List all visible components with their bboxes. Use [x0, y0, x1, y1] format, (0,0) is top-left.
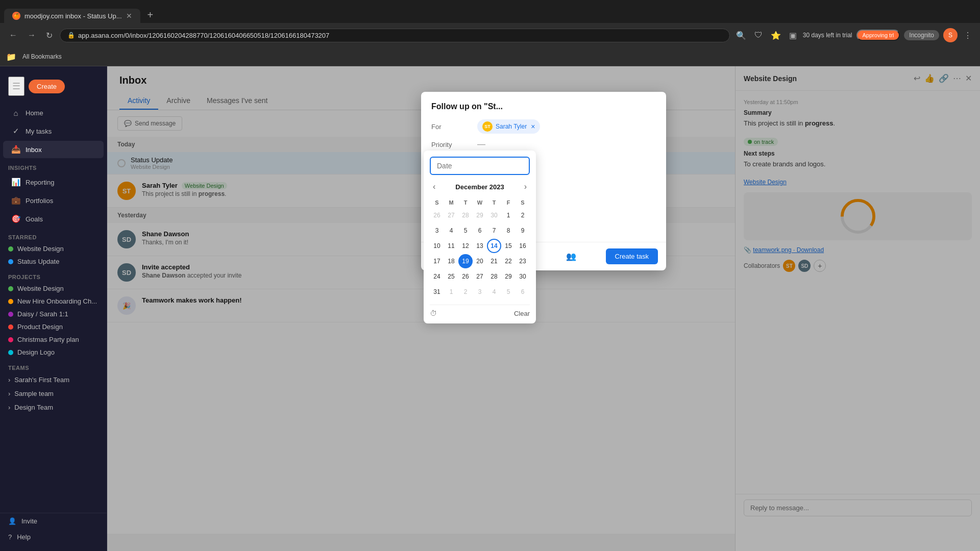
hamburger-menu[interactable]: ☰	[8, 77, 24, 96]
create-task-button[interactable]: Create task	[606, 248, 658, 264]
cal-day[interactable]: 31	[430, 285, 444, 299]
cal-day[interactable]: 23	[516, 254, 530, 268]
cal-day[interactable]: 6	[473, 223, 487, 238]
cal-day[interactable]: 25	[444, 269, 458, 284]
cal-day[interactable]: 4	[487, 285, 501, 299]
calendar-header: S M T W T F S	[430, 197, 530, 208]
cal-day[interactable]: 8	[501, 223, 516, 238]
cal-day[interactable]: 4	[444, 223, 458, 238]
sidebar-item-portfolios[interactable]: 💼 Portfolios	[3, 192, 104, 209]
cal-day[interactable]: 26	[458, 269, 473, 284]
new-tab-button[interactable]: +	[142, 7, 159, 23]
help-icon: ?	[8, 533, 12, 541]
cal-day[interactable]: 27	[473, 269, 487, 284]
date-input[interactable]	[430, 157, 530, 175]
project-label: New Hire Onboarding Ch...	[17, 297, 97, 305]
sidebar-item-design-logo[interactable]: Design Logo	[0, 346, 107, 359]
cal-day[interactable]: 10	[430, 239, 444, 253]
task-modal-title: Follow up on "St...	[431, 102, 656, 111]
cal-day[interactable]: 26	[430, 208, 444, 222]
cal-day[interactable]: 3	[473, 285, 487, 299]
project-label: Design Logo	[17, 348, 55, 356]
help-button[interactable]: ? Help	[0, 529, 107, 545]
cal-day[interactable]: 2	[458, 285, 473, 299]
back-button[interactable]: ←	[6, 29, 20, 42]
cal-day[interactable]: 3	[430, 223, 444, 238]
cal-day[interactable]: 5	[458, 223, 473, 238]
sidebar-item-christmas-party[interactable]: Christmas Party plan	[0, 333, 107, 346]
sidebar-item-reporting[interactable]: 📊 Reporting	[3, 173, 104, 191]
clear-date-button[interactable]: Clear	[514, 310, 530, 317]
extension-icon[interactable]: 🛡	[752, 29, 765, 42]
reload-button[interactable]: ↻	[43, 29, 56, 42]
cal-day[interactable]: 28	[487, 269, 501, 284]
cal-day[interactable]: 22	[501, 254, 516, 268]
tab-close-icon[interactable]: ✕	[126, 12, 132, 20]
cal-day[interactable]: 15	[501, 239, 516, 253]
create-button[interactable]: Create	[29, 80, 65, 93]
main-content: Inbox Activity Archive Messages I've sen…	[107, 66, 980, 551]
cal-day[interactable]: 30	[487, 208, 501, 222]
cal-day[interactable]: 1	[501, 208, 516, 222]
cal-day[interactable]: 28	[458, 208, 473, 222]
cal-day[interactable]: 18	[444, 254, 458, 268]
month-year-label: December 2023	[455, 183, 504, 191]
prev-month-button[interactable]: ‹	[430, 181, 438, 192]
cal-day-14[interactable]: 14	[487, 239, 501, 253]
cal-day[interactable]: 29	[501, 269, 516, 284]
next-month-button[interactable]: ›	[521, 181, 530, 192]
cal-day[interactable]: 21	[487, 254, 501, 268]
calendar-body: 26 27 28 29 30 1 2 3 4 5 6 7 8 9 10	[430, 208, 530, 299]
bookmarks-label[interactable]: All Bookmarks	[22, 53, 62, 60]
sidebar-item-product-design[interactable]: Product Design	[0, 320, 107, 333]
cal-day[interactable]: 12	[458, 239, 473, 253]
cal-day[interactable]: 24	[430, 269, 444, 284]
sidebar-item-goals[interactable]: 🎯 Goals	[3, 210, 104, 228]
sidebar-team-design[interactable]: › Design Team	[0, 400, 107, 414]
invite-button[interactable]: 👤 Invite	[0, 513, 107, 529]
cal-day[interactable]: 17	[430, 254, 444, 268]
sidebar-item-website-design[interactable]: Website Design	[0, 282, 107, 295]
assign-user-icon[interactable]: 👥	[566, 252, 576, 261]
chip-close-icon[interactable]: ×	[531, 122, 535, 131]
sidebar-item-website-design-starred[interactable]: Website Design	[0, 242, 107, 255]
sidebar-nav-my-tasks[interactable]: ✓ My tasks	[3, 122, 104, 140]
search-icon[interactable]: 🔍	[734, 29, 748, 42]
active-tab[interactable]: 🍊 moodjoy.com inbox - Status Up... ✕	[4, 9, 140, 23]
insights-section-header: Insights	[0, 159, 107, 173]
cal-day[interactable]: 27	[444, 208, 458, 222]
cal-day[interactable]: 16	[516, 239, 530, 253]
team-label: Sarah's First Team	[14, 376, 69, 384]
cal-day[interactable]: 30	[516, 269, 530, 284]
cal-day[interactable]: 5	[501, 285, 516, 299]
sidebar-toggle-icon[interactable]: ▣	[787, 29, 799, 42]
reporting-icon: 📊	[11, 178, 20, 187]
bookmark-star-icon[interactable]: ⭐	[769, 29, 783, 42]
cal-day[interactable]: 7	[487, 223, 501, 238]
cal-day[interactable]: 29	[473, 208, 487, 222]
forward-button[interactable]: →	[24, 29, 39, 42]
day-header-w: W	[473, 197, 487, 208]
menu-icon[interactable]: ⋮	[962, 29, 974, 42]
sidebar-item-new-hire[interactable]: New Hire Onboarding Ch...	[0, 295, 107, 308]
trial-button[interactable]: Approving trl	[856, 30, 900, 41]
cal-day[interactable]: 9	[516, 223, 530, 238]
sidebar-nav-inbox[interactable]: 📥 Inbox	[3, 141, 104, 158]
cal-day[interactable]: 20	[473, 254, 487, 268]
address-bar[interactable]: 🔒 app.asana.com/0/inbox/1206160204288770…	[60, 29, 730, 42]
cal-day[interactable]: 2	[516, 208, 530, 222]
sidebar-item-status-update-starred[interactable]: Status Update	[0, 255, 107, 268]
cal-day[interactable]: 1	[444, 285, 458, 299]
sidebar-team-sample[interactable]: › Sample team	[0, 387, 107, 400]
cal-day[interactable]: 6	[516, 285, 530, 299]
cal-day[interactable]: 13	[473, 239, 487, 253]
cal-day-19[interactable]: 19	[458, 254, 473, 268]
user-avatar[interactable]: S	[943, 28, 958, 42]
sidebar-item-daisy-sarah[interactable]: Daisy / Sarah 1:1	[0, 308, 107, 320]
sidebar-nav-home[interactable]: ⌂ Home	[3, 105, 104, 121]
time-picker-icon[interactable]: ⏱	[430, 309, 437, 317]
for-user-chip[interactable]: ST Sarah Tyler ×	[477, 119, 540, 134]
day-header-s: S	[430, 197, 444, 208]
sidebar-team-sarahs-first[interactable]: › Sarah's First Team	[0, 373, 107, 387]
cal-day[interactable]: 11	[444, 239, 458, 253]
